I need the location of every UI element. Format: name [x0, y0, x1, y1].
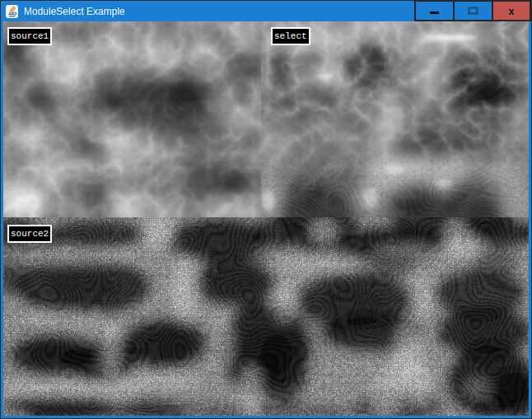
- svg-text:x: x: [508, 5, 515, 17]
